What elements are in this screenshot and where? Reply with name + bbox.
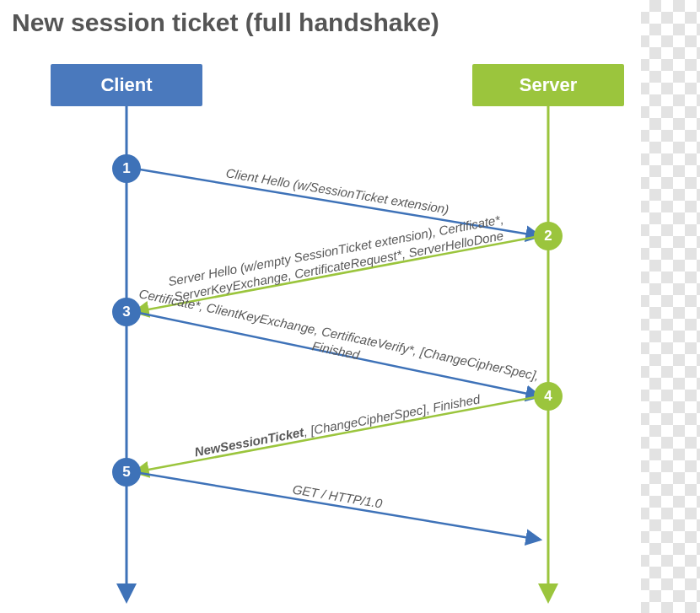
step-node-4: 4 (534, 382, 563, 411)
step-node-1: 1 (112, 154, 141, 183)
sequence-svg (0, 0, 700, 613)
step-node-2: 2 (534, 222, 563, 250)
step-number: 1 (122, 160, 130, 177)
step-number: 2 (544, 228, 552, 245)
step-node-3: 3 (112, 298, 141, 326)
arrow-4 (135, 396, 540, 472)
arrow-2 (135, 236, 540, 312)
step-node-5: 5 (112, 458, 141, 487)
page: New session ticket (full handshake) Clie… (0, 0, 700, 613)
arrow-1 (135, 169, 540, 236)
step-number: 4 (544, 388, 552, 405)
arrow-3 (135, 312, 540, 396)
step-number: 3 (122, 304, 130, 320)
arrow-5 (135, 472, 540, 540)
step-number: 5 (122, 464, 130, 481)
